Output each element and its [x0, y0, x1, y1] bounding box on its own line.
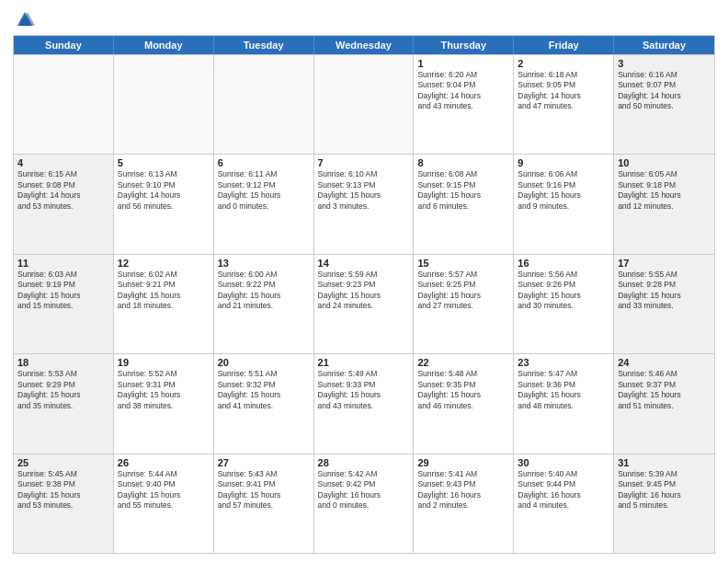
day-number: 2 — [518, 58, 609, 69]
day-number: 21 — [318, 357, 410, 368]
calendar-cell: 3Sunrise: 6:16 AMSunset: 9:07 PMDaylight… — [614, 55, 714, 154]
day-number: 12 — [118, 258, 210, 269]
calendar-cell: 6Sunrise: 6:11 AMSunset: 9:12 PMDaylight… — [214, 155, 314, 253]
logo — [13, 9, 35, 29]
day-number: 1 — [417, 58, 509, 69]
calendar-week-1: 1Sunrise: 6:20 AMSunset: 9:04 PMDaylight… — [14, 54, 714, 154]
calendar-cell: 4Sunrise: 6:15 AMSunset: 9:08 PMDaylight… — [14, 155, 114, 253]
calendar-cell: 9Sunrise: 6:06 AMSunset: 9:16 PMDaylight… — [514, 155, 614, 253]
calendar-cell — [14, 55, 114, 154]
calendar-cell: 19Sunrise: 5:52 AMSunset: 9:31 PMDayligh… — [114, 354, 214, 453]
calendar-cell: 14Sunrise: 5:59 AMSunset: 9:23 PMDayligh… — [314, 255, 415, 353]
cell-info: Sunrise: 5:49 AMSunset: 9:33 PMDaylight:… — [318, 369, 410, 411]
header-cell-friday: Friday — [514, 36, 614, 54]
calendar-cell: 1Sunrise: 6:20 AMSunset: 9:04 PMDaylight… — [414, 55, 514, 154]
header-cell-sunday: Sunday — [14, 36, 114, 54]
day-number: 25 — [17, 457, 109, 468]
cell-info: Sunrise: 6:16 AMSunset: 9:07 PMDaylight:… — [618, 70, 711, 112]
cell-info: Sunrise: 5:45 AMSunset: 9:38 PMDaylight:… — [17, 469, 109, 511]
calendar-cell: 11Sunrise: 6:03 AMSunset: 9:19 PMDayligh… — [14, 255, 114, 353]
day-number: 28 — [318, 457, 410, 468]
calendar-cell: 10Sunrise: 6:05 AMSunset: 9:18 PMDayligh… — [614, 155, 714, 253]
day-number: 10 — [618, 157, 711, 168]
calendar-cell: 12Sunrise: 6:02 AMSunset: 9:21 PMDayligh… — [114, 255, 214, 353]
day-number: 8 — [417, 157, 509, 168]
header-cell-tuesday: Tuesday — [214, 36, 314, 54]
header-cell-monday: Monday — [114, 36, 214, 54]
day-number: 11 — [17, 258, 109, 269]
calendar-cell: 28Sunrise: 5:42 AMSunset: 9:42 PMDayligh… — [314, 454, 415, 553]
day-number: 6 — [218, 157, 310, 168]
cell-info: Sunrise: 5:48 AMSunset: 9:35 PMDaylight:… — [417, 369, 509, 411]
calendar-cell: 13Sunrise: 6:00 AMSunset: 9:22 PMDayligh… — [214, 255, 314, 353]
cell-info: Sunrise: 5:41 AMSunset: 9:43 PMDaylight:… — [417, 469, 509, 511]
calendar-cell: 24Sunrise: 5:46 AMSunset: 9:37 PMDayligh… — [614, 354, 714, 453]
day-number: 16 — [518, 258, 609, 269]
calendar: SundayMondayTuesdayWednesdayThursdayFrid… — [13, 35, 715, 554]
cell-info: Sunrise: 6:08 AMSunset: 9:15 PMDaylight:… — [417, 169, 509, 212]
cell-info: Sunrise: 6:11 AMSunset: 9:12 PMDaylight:… — [218, 169, 310, 212]
calendar-body: 1Sunrise: 6:20 AMSunset: 9:04 PMDaylight… — [14, 54, 714, 553]
header — [13, 9, 715, 29]
cell-info: Sunrise: 6:05 AMSunset: 9:18 PMDaylight:… — [618, 169, 711, 212]
calendar-cell: 27Sunrise: 5:43 AMSunset: 9:41 PMDayligh… — [214, 454, 314, 553]
day-number: 23 — [518, 357, 609, 368]
day-number: 4 — [17, 157, 109, 168]
calendar-cell: 5Sunrise: 6:13 AMSunset: 9:10 PMDaylight… — [114, 155, 214, 253]
header-cell-thursday: Thursday — [414, 36, 514, 54]
cell-info: Sunrise: 5:42 AMSunset: 9:42 PMDaylight:… — [318, 469, 410, 511]
calendar-week-2: 4Sunrise: 6:15 AMSunset: 9:08 PMDaylight… — [14, 154, 714, 253]
cell-info: Sunrise: 5:46 AMSunset: 9:37 PMDaylight:… — [618, 369, 711, 411]
calendar-cell — [114, 55, 214, 154]
calendar-cell: 23Sunrise: 5:47 AMSunset: 9:36 PMDayligh… — [514, 354, 614, 453]
day-number: 9 — [518, 157, 609, 168]
day-number: 31 — [618, 457, 711, 468]
cell-info: Sunrise: 5:51 AMSunset: 9:32 PMDaylight:… — [218, 369, 310, 411]
cell-info: Sunrise: 6:10 AMSunset: 9:13 PMDaylight:… — [318, 169, 410, 212]
day-number: 14 — [318, 258, 410, 269]
cell-info: Sunrise: 6:03 AMSunset: 9:19 PMDaylight:… — [17, 270, 109, 312]
day-number: 17 — [618, 258, 711, 269]
calendar-cell: 25Sunrise: 5:45 AMSunset: 9:38 PMDayligh… — [14, 454, 114, 553]
day-number: 24 — [618, 357, 711, 368]
cell-info: Sunrise: 6:06 AMSunset: 9:16 PMDaylight:… — [518, 169, 609, 212]
day-number: 13 — [218, 258, 310, 269]
calendar-cell: 18Sunrise: 5:53 AMSunset: 9:29 PMDayligh… — [14, 354, 114, 453]
day-number: 20 — [218, 357, 310, 368]
header-cell-saturday: Saturday — [614, 36, 714, 54]
calendar-cell: 20Sunrise: 5:51 AMSunset: 9:32 PMDayligh… — [214, 354, 314, 453]
cell-info: Sunrise: 6:02 AMSunset: 9:21 PMDaylight:… — [118, 270, 210, 312]
cell-info: Sunrise: 5:47 AMSunset: 9:36 PMDaylight:… — [518, 369, 609, 411]
day-number: 27 — [218, 457, 310, 468]
cell-info: Sunrise: 6:15 AMSunset: 9:08 PMDaylight:… — [17, 169, 109, 212]
day-number: 22 — [417, 357, 509, 368]
calendar-header: SundayMondayTuesdayWednesdayThursdayFrid… — [14, 36, 714, 54]
calendar-week-4: 18Sunrise: 5:53 AMSunset: 9:29 PMDayligh… — [14, 353, 714, 453]
day-number: 29 — [417, 457, 509, 468]
cell-info: Sunrise: 5:53 AMSunset: 9:29 PMDaylight:… — [17, 369, 109, 411]
calendar-cell — [214, 55, 314, 154]
calendar-cell: 26Sunrise: 5:44 AMSunset: 9:40 PMDayligh… — [114, 454, 214, 553]
day-number: 3 — [618, 58, 711, 69]
cell-info: Sunrise: 5:55 AMSunset: 9:28 PMDaylight:… — [618, 270, 711, 312]
cell-info: Sunrise: 6:13 AMSunset: 9:10 PMDaylight:… — [118, 169, 210, 212]
calendar-cell: 7Sunrise: 6:10 AMSunset: 9:13 PMDaylight… — [314, 155, 415, 253]
day-number: 30 — [518, 457, 609, 468]
cell-info: Sunrise: 6:00 AMSunset: 9:22 PMDaylight:… — [218, 270, 310, 312]
calendar-cell: 16Sunrise: 5:56 AMSunset: 9:26 PMDayligh… — [514, 255, 614, 353]
logo-icon — [15, 9, 35, 29]
page: SundayMondayTuesdayWednesdayThursdayFrid… — [0, 0, 728, 563]
calendar-cell: 22Sunrise: 5:48 AMSunset: 9:35 PMDayligh… — [414, 354, 514, 453]
day-number: 19 — [118, 357, 210, 368]
cell-info: Sunrise: 5:40 AMSunset: 9:44 PMDaylight:… — [518, 469, 609, 511]
cell-info: Sunrise: 5:43 AMSunset: 9:41 PMDaylight:… — [218, 469, 310, 511]
cell-info: Sunrise: 5:59 AMSunset: 9:23 PMDaylight:… — [318, 270, 410, 312]
calendar-cell — [314, 55, 415, 154]
day-number: 7 — [318, 157, 410, 168]
calendar-cell: 21Sunrise: 5:49 AMSunset: 9:33 PMDayligh… — [314, 354, 415, 453]
day-number: 26 — [118, 457, 210, 468]
cell-info: Sunrise: 5:39 AMSunset: 9:45 PMDaylight:… — [618, 469, 711, 511]
cell-info: Sunrise: 5:44 AMSunset: 9:40 PMDaylight:… — [118, 469, 210, 511]
calendar-cell: 15Sunrise: 5:57 AMSunset: 9:25 PMDayligh… — [414, 255, 514, 353]
calendar-cell: 31Sunrise: 5:39 AMSunset: 9:45 PMDayligh… — [614, 454, 714, 553]
